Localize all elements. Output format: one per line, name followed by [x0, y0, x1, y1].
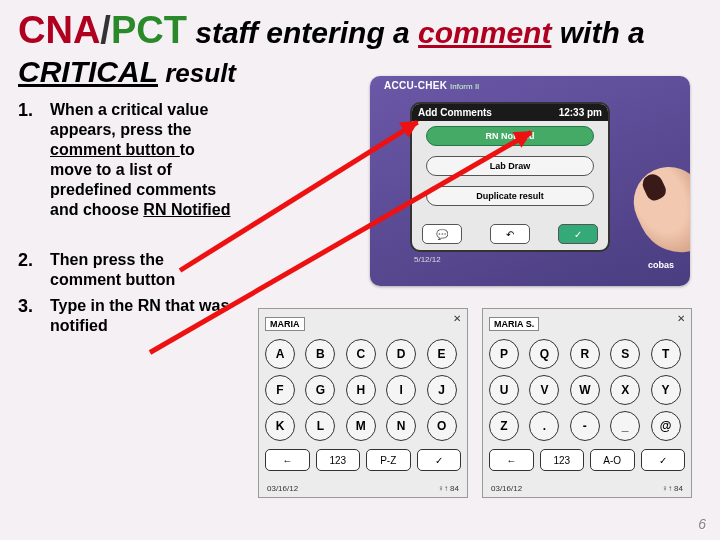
page-number: 6: [698, 516, 706, 532]
key[interactable]: _: [610, 411, 640, 441]
key[interactable]: R: [570, 339, 600, 369]
device-photo: ACCU-CHEK Inform II Add Comments 12:33 p…: [370, 76, 690, 286]
key[interactable]: E: [427, 339, 457, 369]
instruction-list: 1. When a critical value appears, press …: [18, 100, 238, 366]
title-comment: comment: [418, 16, 551, 49]
key[interactable]: C: [346, 339, 376, 369]
key[interactable]: X: [610, 375, 640, 405]
device-brand: ACCU-CHEK: [384, 80, 447, 91]
keypad-right-close[interactable]: ✕: [677, 313, 685, 324]
key[interactable]: M: [346, 411, 376, 441]
key[interactable]: G: [305, 375, 335, 405]
keypad-left-footer: 03/16/12 ♀↑ 84: [267, 484, 459, 493]
screen-title: Add Comments: [418, 107, 492, 118]
confirm-button[interactable]: ✓: [417, 449, 462, 471]
numbers-button[interactable]: 123: [316, 449, 361, 471]
key[interactable]: -: [570, 411, 600, 441]
backspace-button[interactable]: ←: [489, 449, 534, 471]
key[interactable]: B: [305, 339, 335, 369]
key[interactable]: A: [265, 339, 295, 369]
key[interactable]: S: [610, 339, 640, 369]
numbers-button[interactable]: 123: [540, 449, 585, 471]
option-duplicate[interactable]: Duplicate result: [426, 186, 594, 206]
range-pz-button[interactable]: P-Z: [366, 449, 411, 471]
keypad-left-label: MARIA: [265, 317, 305, 331]
keypad-right-label: MARIA S.: [489, 317, 539, 331]
keypad-left-close[interactable]: ✕: [453, 313, 461, 324]
step-1-num: 1.: [18, 100, 38, 220]
key[interactable]: Y: [651, 375, 681, 405]
step-2-num: 2.: [18, 250, 38, 290]
step-2-text: Then press the comment button: [50, 250, 238, 290]
comment-icon-button[interactable]: 💬: [422, 224, 462, 244]
step-1-text: When a critical value appears, press the…: [50, 100, 238, 220]
keypad-right-bottom: ← 123 A-O ✓: [489, 449, 685, 471]
key[interactable]: @: [651, 411, 681, 441]
title-pct: PCT: [111, 9, 187, 51]
ok-button[interactable]: ✓: [558, 224, 598, 244]
title-mid2: with a: [551, 16, 644, 49]
step-3-num: 3.: [18, 296, 38, 336]
title-critical: CRITICAL: [18, 55, 158, 88]
keypad-left: MARIA ✕ A B C D E F G H I J K L M N O ← …: [258, 308, 468, 498]
title-cna: CNA: [18, 9, 100, 51]
device-screen: Add Comments 12:33 pm RN Notified Lab Dr…: [410, 102, 610, 252]
option-lab-draw[interactable]: Lab Draw: [426, 156, 594, 176]
keypad-left-sig: ♀↑ 84: [438, 484, 459, 493]
keypad-left-date: 03/16/12: [267, 484, 298, 493]
key[interactable]: V: [529, 375, 559, 405]
back-button[interactable]: ↶: [490, 224, 530, 244]
key[interactable]: K: [265, 411, 295, 441]
keypad-right-date: 03/16/12: [491, 484, 522, 493]
device-brand-sub: Inform II: [450, 82, 479, 91]
key[interactable]: T: [651, 339, 681, 369]
finger: [622, 155, 690, 266]
keypad-right: MARIA S. ✕ P Q R S T U V W X Y Z . - _ @…: [482, 308, 692, 498]
keypad-right-footer: 03/16/12 ♀↑ 84: [491, 484, 683, 493]
keypad-right-sig: ♀↑ 84: [662, 484, 683, 493]
key[interactable]: Z: [489, 411, 519, 441]
keypad-left-grid: A B C D E F G H I J K L M N O: [265, 339, 461, 441]
keypad-area: MARIA ✕ A B C D E F G H I J K L M N O ← …: [258, 308, 692, 498]
step-3: 3. Type in the RN that was notified: [18, 296, 238, 336]
key[interactable]: Q: [529, 339, 559, 369]
key[interactable]: J: [427, 375, 457, 405]
keypad-right-grid: P Q R S T U V W X Y Z . - _ @: [489, 339, 685, 441]
key[interactable]: .: [529, 411, 559, 441]
range-ao-button[interactable]: A-O: [590, 449, 635, 471]
screen-header: Add Comments 12:33 pm: [412, 104, 608, 121]
screen-footer: 💬 ↶ ✓: [412, 220, 608, 250]
step-1: 1. When a critical value appears, press …: [18, 100, 238, 220]
title-slash: /: [100, 9, 111, 51]
key[interactable]: F: [265, 375, 295, 405]
device-cobas: cobas: [648, 260, 674, 270]
screen-time: 12:33 pm: [559, 107, 602, 118]
key[interactable]: D: [386, 339, 416, 369]
key[interactable]: P: [489, 339, 519, 369]
key[interactable]: L: [305, 411, 335, 441]
backspace-button[interactable]: ←: [265, 449, 310, 471]
key[interactable]: U: [489, 375, 519, 405]
key[interactable]: O: [427, 411, 457, 441]
key[interactable]: N: [386, 411, 416, 441]
key[interactable]: W: [570, 375, 600, 405]
title-result: result: [158, 58, 236, 88]
key[interactable]: I: [386, 375, 416, 405]
keypad-left-bottom: ← 123 P-Z ✓: [265, 449, 461, 471]
device-date: 5/12/12: [414, 255, 441, 264]
key[interactable]: H: [346, 375, 376, 405]
confirm-button[interactable]: ✓: [641, 449, 686, 471]
title-mid1: staff entering a: [187, 16, 418, 49]
